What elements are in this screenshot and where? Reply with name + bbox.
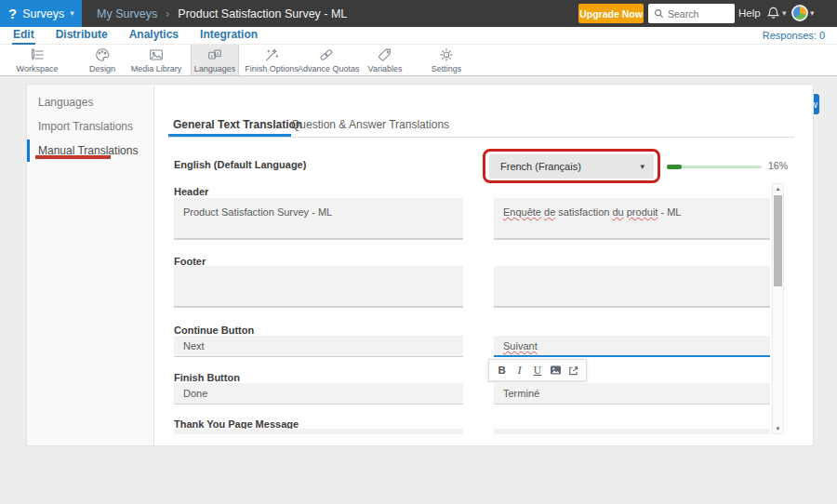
bell-icon [766, 6, 780, 20]
translation-progress-bar [667, 166, 762, 168]
translations-card: Languages Import Translations Manual Tra… [26, 84, 814, 446]
external-link-icon [567, 365, 579, 377]
advance-quotas-icon [318, 46, 335, 63]
tab-edit[interactable]: Edit [12, 27, 35, 45]
toolbar-workspace[interactable]: Workspace [7, 45, 67, 75]
account-menu[interactable]: ▾ [791, 5, 815, 21]
sidebar-item-import-translations[interactable]: Import Translations [27, 114, 153, 139]
header-translation-textarea[interactable]: Enquête de satisfaction du produit - ML [494, 198, 770, 240]
scroll-up-icon[interactable]: ▲ [773, 186, 783, 192]
toolbar-languages[interactable]: xA Languages [191, 45, 239, 75]
toolbar-media-library[interactable]: Media Library [126, 45, 187, 75]
settings-icon [438, 46, 455, 63]
translations-scrollbar[interactable]: ▲ ▼ [772, 183, 784, 434]
continue-translation-input[interactable]: Suivant [494, 336, 770, 357]
tab-question-answer-translations[interactable]: Question & Answer Translations [291, 118, 449, 131]
image-icon [550, 365, 562, 376]
app-name: Surveys [22, 7, 64, 20]
design-icon [94, 46, 111, 63]
avatar [791, 5, 808, 21]
field-label-continue-button: Continue Button [174, 325, 254, 336]
survey-section-nav: Edit Distribute Analytics Integration Re… [0, 27, 837, 45]
tab-analytics[interactable]: Analytics [128, 27, 179, 43]
product-switcher[interactable]: ? Surveys ▾ [0, 0, 82, 27]
languages-icon: xA [206, 46, 223, 63]
variables-icon [377, 46, 393, 63]
header-source-textarea[interactable]: Product Satisfaction Survey - ML [174, 198, 463, 240]
selected-language: French (Français) [500, 161, 640, 172]
finish-source-input[interactable]: Done [174, 383, 463, 405]
questionpro-logo-icon: ? [8, 7, 17, 20]
search-input[interactable] [668, 8, 727, 20]
italic-button[interactable]: I [512, 365, 526, 376]
translation-progress-label: 16% [768, 160, 788, 171]
toolbar-variables[interactable]: Variables [361, 45, 409, 75]
tab-general-text-translation[interactable]: General Text Translation [173, 118, 302, 131]
target-language-select[interactable]: French (Français) ▾ [489, 154, 654, 179]
edit-toolbar: Workspace Design Media Library xA Langua… [0, 45, 837, 76]
bold-button[interactable]: B [495, 365, 509, 376]
breadcrumb: My Surveys › Product Satisfaction Survey… [97, 0, 347, 27]
toolbar-settings[interactable]: Settings [420, 45, 472, 75]
chevron-down-icon: ▾ [810, 9, 815, 18]
breadcrumb-my-surveys[interactable]: My Surveys [97, 7, 157, 20]
responses-count[interactable]: Responses: 0 [763, 30, 825, 41]
workspace-icon [29, 46, 46, 63]
insert-image-button[interactable] [549, 365, 563, 376]
top-header: ? Surveys ▾ My Surveys › Product Satisfa… [0, 0, 837, 27]
tab-integration[interactable]: Integration [199, 27, 259, 43]
insert-link-button[interactable] [566, 365, 580, 377]
chevron-down-icon: ▾ [782, 9, 787, 18]
scroll-down-icon[interactable]: ▼ [773, 426, 783, 431]
translation-progress-fill [667, 165, 682, 169]
breadcrumb-survey-title: Product Satisfaction Survey - ML [178, 7, 347, 20]
underline-button[interactable]: U [530, 365, 544, 376]
translations-sidebar: Languages Import Translations Manual Tra… [27, 85, 154, 445]
toolbar-design[interactable]: Design [73, 45, 132, 75]
breadcrumb-separator: › [166, 7, 169, 20]
svg-text:A: A [216, 52, 219, 57]
chevron-down-icon: ▾ [70, 9, 74, 18]
chevron-down-icon: ▾ [640, 163, 644, 171]
media-library-icon [148, 46, 165, 63]
footer-source-textarea[interactable] [174, 266, 463, 308]
source-language-label: English (Default Language) [174, 159, 306, 170]
footer-translation-textarea[interactable] [494, 266, 770, 308]
continue-source-input[interactable]: Next [174, 336, 463, 357]
field-label-header: Header [174, 186, 208, 197]
scrollbar-thumb[interactable] [774, 195, 782, 286]
rich-text-toolbar: B I U [488, 359, 587, 381]
thank-you-translation-textarea[interactable] [494, 429, 770, 434]
finish-options-icon [263, 46, 280, 63]
questionpro-app: ? Surveys ▾ My Surveys › Product Satisfa… [0, 0, 837, 504]
finish-translation-input[interactable]: Terminé [494, 383, 770, 405]
global-search[interactable] [648, 4, 735, 23]
svg-text:x: x [211, 54, 214, 59]
notifications-menu[interactable]: ▾ [766, 6, 787, 20]
tab-divider-line [168, 137, 794, 138]
search-icon [654, 8, 664, 19]
field-label-finish-button: Finish Button [174, 372, 240, 383]
thank-you-source-textarea[interactable] [174, 429, 463, 434]
sidebar-item-languages[interactable]: Languages [27, 90, 153, 114]
help-link[interactable]: Help [738, 7, 761, 19]
toolbar-finish-options[interactable]: Finish Options [244, 45, 299, 75]
sidebar-item-manual-translations[interactable]: Manual Translations [27, 139, 153, 163]
annotation-red-underline [35, 155, 111, 159]
toolbar-advance-quotas[interactable]: Advance Quotas [298, 45, 355, 75]
tab-distribute[interactable]: Distribute [55, 27, 109, 43]
upgrade-now-button[interactable]: Upgrade Now [578, 4, 644, 23]
